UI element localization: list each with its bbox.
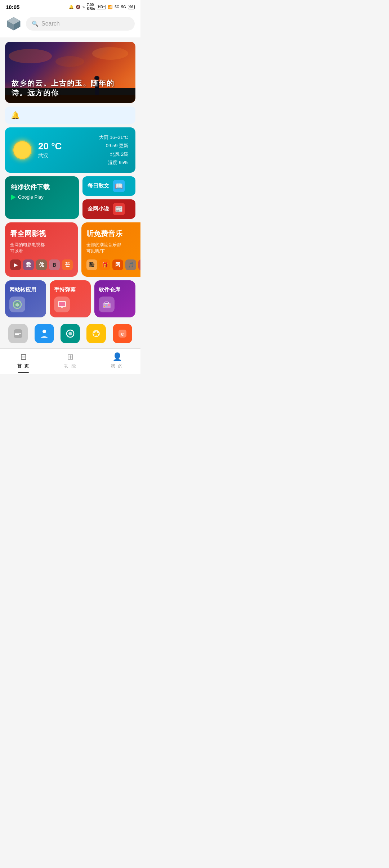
website-app-tile[interactable]: 网站转应用 xyxy=(5,280,46,318)
weather-condition: 大雨 16~21°C xyxy=(99,133,128,141)
svg-rect-11 xyxy=(105,302,108,304)
svg-rect-8 xyxy=(59,302,65,306)
daily-essay-label: 每日散文 xyxy=(88,182,109,189)
danmaku-icon xyxy=(54,297,70,312)
home-icon: ⊟ xyxy=(20,352,27,362)
right-tiles-col: 每日散文 📖 全网小说 📰 xyxy=(82,176,135,219)
svg-point-12 xyxy=(108,304,110,306)
video-tile-desc: 全网的电影电视都可以看 xyxy=(10,241,73,254)
weather-primary: 20 °C 武汉 xyxy=(38,141,62,159)
svg-rect-9 xyxy=(61,307,63,308)
notification-bell-icon: 🔔 xyxy=(11,111,20,119)
youku-icon: 优 xyxy=(36,259,47,270)
banner-overlay: 故乡的云。上古的玉。随年的诗。远方的你 xyxy=(5,73,135,103)
nav-functions[interactable]: ⊞ 功 能 xyxy=(47,352,94,369)
all-novels-tile[interactable]: 全网小说 📰 xyxy=(82,199,135,219)
weather-details: 大雨 16~21°C 09:59 更新 北风 2级 湿度 95% xyxy=(99,133,128,167)
mine-icon: 👤 xyxy=(112,352,122,362)
app-strip-item-2[interactable] xyxy=(35,324,54,343)
app-logo-icon xyxy=(6,16,22,32)
quick-tiles-row: 纯净软件下载 Google Play 每日散文 📖 全网小说 📰 xyxy=(5,176,135,219)
bottom-tiles-row: 网站转应用 手持弹幕 软件仓库 xyxy=(5,280,135,318)
weather-city: 武汉 xyxy=(38,153,62,159)
app-strip-item-4[interactable] xyxy=(86,324,106,343)
weather-temperature: 20 °C xyxy=(38,141,62,152)
svg-rect-16 xyxy=(15,333,21,334)
app-strip-item-5[interactable]: e xyxy=(113,324,132,343)
banner[interactable]: 故乡的云。上古的玉。随年的诗。远方的你 xyxy=(5,42,135,103)
svg-point-18 xyxy=(43,330,46,333)
mango-icon: 芒 xyxy=(62,259,73,270)
music-tile-desc: 全部的潮流音乐都可以听/下 xyxy=(86,241,140,254)
danmaku-tile[interactable]: 手持弹幕 xyxy=(50,280,91,318)
svg-text:e: e xyxy=(121,331,124,337)
svg-rect-17 xyxy=(15,334,19,335)
status-icons: 🔔 🔇 ⌁ 7.00KB/s HD⁺ 📶 5G 5G 96 xyxy=(69,3,135,11)
weather-wind: 北风 2级 xyxy=(99,150,128,158)
weather-sun-icon xyxy=(12,140,32,160)
video-tile-title: 看全网影视 xyxy=(10,229,73,239)
google-play-tile[interactable]: 纯净软件下载 Google Play xyxy=(5,176,79,219)
notification-bar[interactable]: 🔔 xyxy=(5,107,135,124)
website-app-icon xyxy=(9,297,25,312)
book-icon: 📖 xyxy=(113,180,125,192)
app-strip: e xyxy=(5,321,135,344)
music-app-icons: 酷 🎁 网 🎵 汽 xyxy=(86,259,140,270)
weather-update: 09:59 更新 xyxy=(99,141,128,150)
banner-text: 故乡的云。上古的玉。随年的诗。远方的你 xyxy=(12,78,129,98)
video-tile[interactable]: 看全网影视 全网的电影电视都可以看 ▶ 爱 优 B 芒 xyxy=(5,222,78,277)
search-placeholder: Search xyxy=(41,21,60,27)
status-bar: 10:05 🔔 🔇 ⌁ 7.00KB/s HD⁺ 📶 5G 5G 96 xyxy=(0,0,140,13)
status-time: 10:05 xyxy=(6,4,19,10)
qqmusic-icon: 🎵 xyxy=(125,259,136,270)
svg-point-20 xyxy=(68,332,72,335)
main-content: 故乡的云。上古的玉。随年的诗。远方的你 🔔 20 °C 武汉 大雨 16~21°… xyxy=(0,37,140,348)
daily-essay-tile[interactable]: 每日散文 📖 xyxy=(82,176,135,196)
big-tiles-row: 看全网影视 全网的电影电视都可以看 ▶ 爱 优 B 芒 听免费音乐 全部的潮流音… xyxy=(5,222,135,277)
all-novels-label: 全网小说 xyxy=(88,205,109,212)
nav-home[interactable]: ⊟ 首 页 xyxy=(0,352,47,369)
bottom-nav: ⊟ 首 页 ⊞ 功 能 👤 我 的 xyxy=(0,348,140,374)
nav-mine[interactable]: 👤 我 的 xyxy=(94,352,140,369)
qiche-icon: 汽 xyxy=(138,259,140,270)
nav-home-label: 首 页 xyxy=(17,363,29,369)
search-bar[interactable]: 🔍 Search xyxy=(26,17,135,31)
search-icon: 🔍 xyxy=(32,21,39,27)
danmaku-label: 手持弹幕 xyxy=(54,286,76,293)
software-warehouse-label: 软件仓库 xyxy=(99,286,120,293)
gift-icon: 🎁 xyxy=(99,259,110,270)
weather-humidity: 湿度 95% xyxy=(99,158,128,167)
iqiyi-icon: ▶ xyxy=(10,259,21,270)
play-icon xyxy=(11,194,16,200)
software-warehouse-tile[interactable]: 软件仓库 xyxy=(94,280,135,318)
kuwo-icon: 酷 xyxy=(86,259,97,270)
nav-functions-label: 功 能 xyxy=(64,363,76,369)
google-play-badge: Google Play xyxy=(11,194,73,200)
google-play-label: Google Play xyxy=(18,194,44,200)
website-app-label: 网站转应用 xyxy=(9,286,36,293)
svg-rect-14 xyxy=(106,304,107,306)
app-strip-item-1[interactable] xyxy=(8,324,28,343)
video-app-icons: ▶ 爱 优 B 芒 xyxy=(10,259,73,270)
aiqiyi2-icon: 爱 xyxy=(23,259,34,270)
news-icon: 📰 xyxy=(113,203,125,215)
nav-mine-label: 我 的 xyxy=(111,363,123,369)
nav-home-indicator xyxy=(18,372,29,373)
google-play-title: 纯净软件下载 xyxy=(11,183,73,191)
header: 🔍 Search xyxy=(0,13,140,37)
weather-card[interactable]: 20 °C 武汉 大雨 16~21°C 09:59 更新 北风 2级 湿度 95… xyxy=(5,127,135,173)
app-strip-item-3[interactable] xyxy=(61,324,80,343)
svg-point-13 xyxy=(104,306,105,307)
netease-icon: 网 xyxy=(112,259,123,270)
music-tile[interactable]: 听免费音乐 全部的潮流音乐都可以听/下 酷 🎁 网 🎵 汽 xyxy=(81,222,140,277)
bilibili-icon: B xyxy=(49,259,60,270)
software-warehouse-icon xyxy=(99,297,115,312)
music-tile-title: 听免费音乐 xyxy=(86,229,140,239)
functions-icon: ⊞ xyxy=(67,352,73,362)
